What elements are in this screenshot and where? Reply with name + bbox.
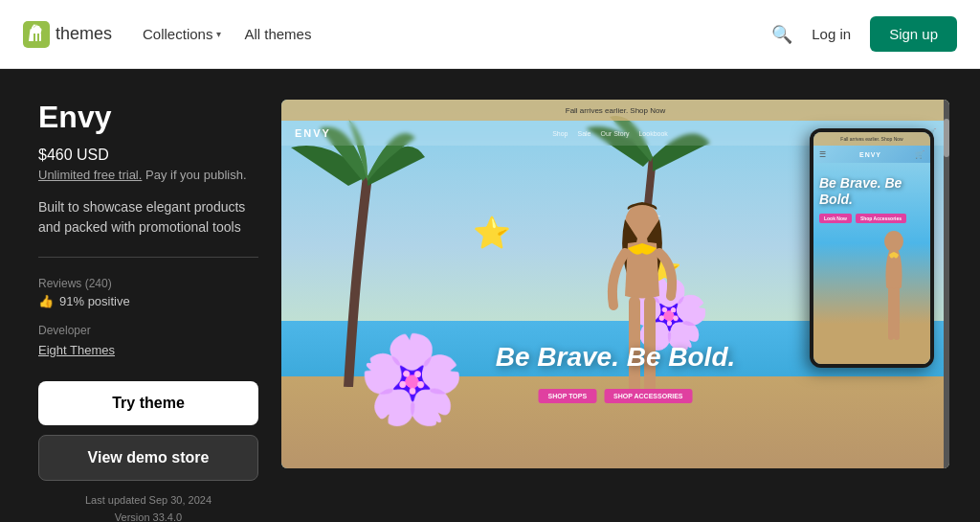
theme-preview: Fall arrives earlier. Shop Now ENVY Shop…: [281, 100, 949, 468]
collections-chevron-icon: ▾: [216, 29, 221, 39]
developer-section: Developer Eight Themes: [38, 324, 258, 358]
preview-nav-shop: Shop: [552, 130, 568, 137]
mobile-topbar-text: Fall arrives earlier. Shop Now: [840, 136, 902, 142]
theme-title: Envy: [38, 100, 258, 135]
mobile-cta2-button[interactable]: Shop Accessories: [856, 214, 906, 223]
pay-if-publish-label: Pay if you publish.: [145, 168, 247, 182]
svg-rect-1: [32, 34, 41, 41]
mobile-cta-row: Look Now Shop Accessories: [819, 214, 924, 223]
main-nav: Collections ▾ All themes: [143, 26, 771, 42]
free-trial-text: Unlimited free trial. Pay if you publish…: [38, 168, 258, 182]
preview-nav-sale: Sale: [578, 130, 591, 137]
developer-link[interactable]: Eight Themes: [38, 343, 115, 357]
search-icon: 🔍: [771, 25, 792, 44]
all-themes-nav-link[interactable]: All themes: [244, 26, 311, 42]
mobile-inner: Fall arrives earlier. Shop Now ☰ ENVY 🛒 …: [813, 132, 930, 364]
mobile-cart-icon: 🛒: [915, 150, 924, 159]
mobile-headline-text: Be Brave. Be Bold.: [819, 175, 924, 208]
mobile-person-icon: [865, 230, 923, 345]
all-themes-label: All themes: [244, 26, 311, 42]
svg-rect-3: [37, 34, 39, 41]
preview-topbar: Fall arrives earlier. Shop Now: [281, 100, 949, 121]
mobile-topbar: Fall arrives earlier. Shop Now: [813, 132, 930, 146]
flower-left-icon: 🌸: [358, 329, 465, 430]
reviews-label: Reviews (240): [38, 277, 258, 290]
mobile-preview: Fall arrives earlier. Shop Now ☰ ENVY 🛒 …: [810, 128, 934, 368]
svg-rect-2: [33, 34, 35, 41]
theme-sidebar: Envy $460 USD Unlimited free trial. Pay …: [38, 100, 258, 522]
shopify-logo-icon: [23, 21, 50, 48]
preview-nav-lookbook: Lookbook: [638, 130, 667, 137]
logo-text: themes: [56, 24, 112, 44]
header-right: 🔍 Log in Sign up: [771, 16, 957, 52]
logo-link[interactable]: themes: [23, 21, 112, 48]
preview-scrollbar-thumb[interactable]: [944, 119, 949, 157]
main-content: Envy $460 USD Unlimited free trial. Pay …: [0, 69, 980, 522]
reviews-section: Reviews (240) 👍 91% positive: [38, 277, 258, 308]
mobile-menu-icon: ☰: [819, 150, 826, 159]
preview-scrollbar[interactable]: [944, 100, 949, 468]
svg-point-7: [884, 231, 903, 252]
preview-headline-text: Be Brave. Be Bold.: [496, 342, 736, 373]
preview-logo: ENVY: [295, 127, 331, 139]
login-link[interactable]: Log in: [812, 26, 851, 42]
view-demo-button[interactable]: View demo store: [38, 435, 258, 481]
header: themes Collections ▾ All themes 🔍 Log in…: [0, 0, 980, 69]
preview-nav-items: Shop Sale Our Story Lookbook: [552, 130, 668, 137]
mobile-logo: ENVY: [859, 151, 881, 158]
theme-price: $460 USD: [38, 147, 258, 164]
svg-rect-9: [894, 287, 900, 340]
preview-headline: Be Brave. Be Bold.: [496, 342, 736, 373]
collections-nav-link[interactable]: Collections ▾: [143, 26, 221, 42]
positive-percent-text: 91% positive: [59, 294, 130, 308]
preview-nav-collections: Our Story: [601, 130, 630, 137]
last-updated-text: Last updated Sep 30, 2024: [38, 492, 258, 510]
mobile-navbar: ☰ ENVY 🛒: [813, 146, 930, 163]
preview-cta1-button[interactable]: SHOP TOPS: [539, 389, 597, 403]
collections-label: Collections: [143, 26, 212, 42]
preview-cta2-button[interactable]: SHOP ACCESSORIES: [604, 389, 692, 403]
svg-rect-8: [888, 287, 894, 340]
try-theme-button[interactable]: Try theme: [38, 381, 258, 425]
developer-label: Developer: [38, 324, 258, 337]
person-figure-icon: [575, 200, 709, 411]
signup-button[interactable]: Sign up: [870, 16, 957, 52]
thumbs-up-icon: 👍: [38, 294, 54, 308]
version-text: Version 33.4.0: [38, 510, 258, 522]
search-button[interactable]: 🔍: [771, 24, 792, 45]
theme-description: Built to showcase elegant products and p…: [38, 197, 258, 258]
reviews-positive: 👍 91% positive: [38, 294, 258, 308]
preview-topbar-text: Fall arrives earlier. Shop Now: [566, 106, 665, 115]
mobile-cta1-button[interactable]: Look Now: [819, 214, 852, 223]
unlimited-trial-label: Unlimited free trial.: [38, 168, 142, 182]
star-yellow-1-icon: ⭐: [473, 215, 511, 251]
meta-info: Last updated Sep 30, 2024 Version 33.4.0: [38, 492, 258, 522]
mobile-headline-area: Be Brave. Be Bold. Look Now Shop Accesso…: [819, 175, 924, 223]
preview-cta-buttons: SHOP TOPS SHOP ACCESSORIES: [539, 389, 693, 403]
